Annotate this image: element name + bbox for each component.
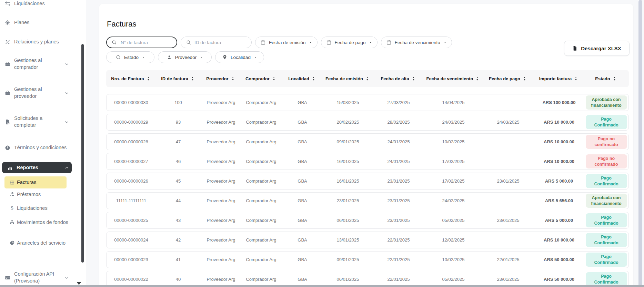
- column-header-fecha-de-alta[interactable]: Fecha de alta: [372, 76, 425, 81]
- cell-vencimiento: 12/02/2025: [425, 237, 482, 243]
- sort-icon: [411, 76, 416, 81]
- table-row[interactable]: 00000-0000002746Proveedor ArgComprador A…: [106, 153, 629, 170]
- table-row[interactable]: 00000-00000030100Proveedor ArgComprador …: [106, 94, 629, 111]
- sidebar-item-label: Aranceles del servicio: [17, 240, 66, 246]
- column-header-comprador[interactable]: Comprador: [241, 76, 281, 81]
- column-header-nro-de-factura[interactable]: Nro. de Factura: [106, 76, 155, 81]
- cell-comprador: Comprador Arg: [241, 218, 281, 223]
- filter-chip-fecha-de-emisión[interactable]: Fecha de emisión: [255, 37, 318, 48]
- filters-row-1: Fecha de emisiónFecha de pagoFecha de ve…: [106, 37, 452, 48]
- chevron-down-icon: [64, 120, 69, 125]
- calendar-icon: [386, 40, 392, 45]
- cell-localidad: GBA: [281, 100, 324, 105]
- download-xlsx-button[interactable]: Descargar XLSX: [564, 41, 630, 56]
- cell-vencimiento: 17/02/2025: [425, 159, 482, 164]
- column-header-importe-factura[interactable]: Importe factura: [534, 76, 583, 81]
- sidebar-item-términos-y-condiciones[interactable]: Términos y condiciones: [0, 143, 86, 153]
- cell-importe: ARS 50 000.00: [535, 277, 583, 282]
- sidebar-item-planes[interactable]: Planes: [0, 18, 86, 28]
- cell-alta: 23/01/2025: [372, 198, 425, 203]
- sidebar-item-label: Gestiones al comprador: [14, 57, 53, 71]
- column-header-fecha-de-emisión[interactable]: Fecha de emisión: [323, 76, 372, 81]
- bar-chart-icon: [7, 165, 13, 171]
- page-vertical-scrollbar-thumb[interactable]: [638, 0, 642, 287]
- sidebar-scroll-down-arrow-icon[interactable]: [77, 282, 81, 285]
- cell-vencimiento: 17/02/2025: [425, 178, 482, 184]
- status-badge: Pago no confirmado: [586, 154, 627, 168]
- table-row[interactable]: 00000-0000002993Proveedor ArgComprador A…: [106, 114, 629, 131]
- cell-localidad: GBA: [281, 120, 324, 125]
- table-row[interactable]: 00000-0000002341Proveedor ArgComprador A…: [106, 251, 629, 268]
- table-row[interactable]: 00000-0000002645Proveedor ArgComprador A…: [106, 173, 629, 189]
- invoice-id-search-input[interactable]: [194, 40, 246, 45]
- chevron-up-icon: [64, 165, 69, 170]
- caret-down-icon: [369, 41, 372, 44]
- cell-proveedor: Proveedor Arg: [201, 159, 241, 164]
- cell-emision: 16/01/2025: [324, 178, 372, 184]
- cell-nro: 00000-00000029: [107, 120, 156, 125]
- cell-id: 93: [156, 120, 201, 125]
- sidebar-item-solicitudes-a-completar[interactable]: Solicitudes a completar: [0, 114, 86, 130]
- cell-vencimiento: 24/03/2025: [425, 120, 482, 125]
- sidebar-item-movimientos-de-fondos[interactable]: Movimientos de fondos: [0, 219, 86, 235]
- filter-chip-fecha-de-pago[interactable]: Fecha de pago: [321, 37, 378, 48]
- cell-emision: 09/01/2025: [324, 257, 372, 262]
- filter-chip-estado[interactable]: Estado: [106, 51, 154, 63]
- cell-id: 41: [156, 257, 201, 262]
- column-header-estado[interactable]: Estado: [583, 76, 629, 81]
- invoice-number-search-input[interactable]: [121, 40, 172, 45]
- chevron-down-icon: [64, 275, 69, 280]
- sidebar-item-gestiones-al-comprador[interactable]: Gestiones al comprador: [0, 57, 86, 72]
- sidebar: LiquidacionesPlanesRelaciones y planesGe…: [0, 0, 86, 287]
- sidebar-scrollbar-thumb[interactable]: [81, 44, 84, 263]
- status-badge: Pago Confirmado: [586, 253, 627, 267]
- status-badge: Aprobada con financiamiento: [586, 95, 627, 110]
- cell-nro: 00000-00000026: [107, 178, 156, 184]
- table-row[interactable]: 00000-0000002442Proveedor ArgComprador A…: [106, 232, 629, 248]
- page-horizontal-scrollbar-thumb[interactable]: [0, 285, 644, 287]
- column-header-fecha-de-vencimiento[interactable]: Fecha de vencimiento: [425, 76, 481, 81]
- sidebar-item-label: Términos y condiciones: [14, 144, 67, 151]
- hand-coin-icon: [9, 192, 15, 197]
- cell-nro: 00000-00000030: [107, 100, 156, 105]
- sidebar-item-liquidaciones[interactable]: Liquidaciones: [0, 0, 86, 9]
- filter-chip-localidad[interactable]: Localidad: [215, 51, 264, 63]
- column-header-id-de-factura[interactable]: ID de factura: [155, 76, 200, 81]
- column-header-label: Fecha de alta: [381, 76, 409, 81]
- filter-chip-label: Localidad: [231, 55, 251, 60]
- cell-proveedor: Proveedor Arg: [201, 257, 241, 262]
- table-row[interactable]: 00000-0000002847Proveedor ArgComprador A…: [106, 133, 629, 150]
- cell-alta: 24/01/2025: [372, 139, 425, 144]
- clipboard-check-icon: [4, 119, 11, 125]
- table-row[interactable]: 00000-0000002543Proveedor ArgComprador A…: [106, 212, 629, 229]
- sidebar-item-configuración-api-provisoria[interactable]: Configuración API (Provisoria): [0, 270, 86, 285]
- text-caret: [120, 40, 120, 45]
- column-header-label: Importe factura: [539, 76, 572, 81]
- filter-chip-proveedor[interactable]: Proveedor: [158, 51, 212, 63]
- sidebar-item-aranceles-del-servicio[interactable]: Aranceles del servicio: [0, 240, 86, 256]
- cell-localidad: GBA: [281, 218, 324, 223]
- caret-down-icon: [142, 55, 145, 59]
- column-header-localidad[interactable]: Localidad: [281, 76, 323, 81]
- filter-chip-label: Fecha de vencimiento: [395, 40, 440, 45]
- column-header-fecha-de-pago[interactable]: Fecha de pago: [481, 76, 534, 81]
- sidebar-item-gestiones-al-proveedor[interactable]: Gestiones al proveedor: [0, 85, 86, 101]
- filter-chip-fecha-de-vencimiento[interactable]: Fecha de vencimiento: [381, 37, 452, 48]
- table-row[interactable]: 11111-1111111144Proveedor ArgComprador A…: [106, 192, 629, 209]
- sidebar-item-facturas[interactable]: Facturas: [4, 176, 67, 188]
- column-header-proveedor[interactable]: Proveedor: [200, 76, 241, 81]
- invoice-number-search[interactable]: [106, 37, 177, 48]
- page-title: Facturas: [107, 20, 137, 29]
- table-row[interactable]: 00000-0000002240Proveedor ArgComprador A…: [106, 271, 629, 287]
- cell-estado: Pago Confirmado: [583, 253, 629, 267]
- caret-down-icon: [443, 41, 447, 44]
- network-icon: [9, 219, 15, 225]
- sidebar-item-préstamos[interactable]: Préstamos: [0, 191, 86, 202]
- sidebar-item-relaciones-y-planes[interactable]: Relaciones y planes: [0, 37, 86, 47]
- cell-id: 46: [156, 159, 201, 164]
- sidebar-item-reportes[interactable]: Reportes: [2, 162, 72, 173]
- sidebar-item-liquidaciones[interactable]: $Liquidaciones: [0, 205, 86, 215]
- column-header-label: Nro. de Factura: [111, 76, 144, 81]
- cell-pago: 23/01/2025: [482, 277, 535, 282]
- invoice-id-search[interactable]: [181, 37, 252, 48]
